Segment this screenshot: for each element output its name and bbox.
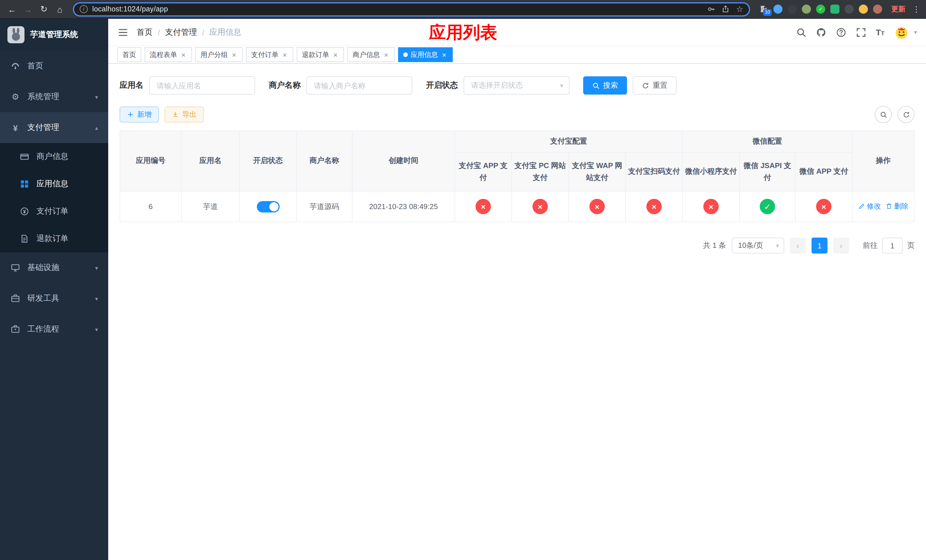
sidebar-item-system[interactable]: ⚙ 系统管理 ▾ <box>0 82 108 112</box>
sidebar-item-workflow[interactable]: 工作流程 ▾ <box>0 314 108 345</box>
tab-pay-orders[interactable]: 支付订单× <box>246 47 293 62</box>
chevron-down-icon: ▾ <box>95 94 98 100</box>
extension-icon[interactable] <box>830 5 840 14</box>
extensions-puzzle-icon[interactable]: 10 <box>759 5 768 14</box>
edit-button[interactable]: 修改 <box>858 202 881 211</box>
close-icon[interactable]: × <box>441 51 448 58</box>
browser-home-button[interactable]: ⌂ <box>52 2 67 17</box>
tab-merchant-info[interactable]: 商户信息× <box>347 47 395 62</box>
help-icon[interactable] <box>836 27 846 37</box>
merchant-name-input[interactable] <box>306 76 412 95</box>
col-header-merchant: 商户名称 <box>297 131 352 191</box>
status-toggle[interactable] <box>257 201 279 212</box>
reset-button[interactable]: 重置 <box>633 76 676 95</box>
search-icon[interactable] <box>796 27 806 37</box>
coin-icon <box>20 206 30 216</box>
delete-button[interactable]: 删除 <box>885 202 908 211</box>
reload-icon: ↻ <box>40 4 47 14</box>
tab-user-group[interactable]: 用户分组× <box>195 47 243 62</box>
chevron-up-icon: ▴ <box>95 124 98 131</box>
tab-process-form[interactable]: 流程表单× <box>145 47 192 62</box>
sidebar-item-infrastructure[interactable]: 基础设施 ▾ <box>0 252 108 283</box>
forward-icon: → <box>24 4 32 14</box>
tab-app-info[interactable]: 应用信息× <box>398 47 453 62</box>
pagination: 共 1 条 10条/页 ▾ ‹ 1 › 前往 页 <box>120 238 915 254</box>
chrome-update-button[interactable]: 更新 <box>887 2 910 16</box>
close-icon[interactable]: × <box>332 51 339 58</box>
chevron-down-icon: ▾ <box>95 265 98 271</box>
current-page-button[interactable]: 1 <box>811 238 828 254</box>
add-button[interactable]: 新增 <box>120 106 159 123</box>
url-text[interactable]: localhost:1024/pay/app <box>92 5 703 13</box>
share-icon[interactable] <box>722 5 730 13</box>
profile-avatar[interactable] <box>873 5 882 14</box>
app-name-input[interactable] <box>149 76 255 95</box>
hamburger-icon[interactable] <box>117 26 129 38</box>
user-avatar[interactable] <box>894 25 909 39</box>
navbar-actions: TT ▾ <box>796 25 917 39</box>
close-icon[interactable]: × <box>383 51 390 58</box>
fail-icon: × <box>475 199 491 214</box>
sidebar-item-merchant-info[interactable]: 商户信息 <box>0 143 108 170</box>
fail-icon: × <box>816 199 831 214</box>
extension-icon[interactable] <box>802 5 811 14</box>
group-header-wechat: 微信配置 <box>682 131 852 152</box>
toggle-search-button[interactable] <box>875 106 892 123</box>
password-key-icon[interactable] <box>708 5 716 13</box>
extension-icon[interactable] <box>859 5 868 14</box>
github-icon[interactable] <box>816 27 826 37</box>
breadcrumb-current: 应用信息 <box>210 27 242 37</box>
prev-page-button[interactable]: ‹ <box>790 238 806 254</box>
page-size-select[interactable]: 10条/页 ▾ <box>732 238 784 254</box>
cell-name: 芋道 <box>182 191 239 222</box>
close-icon[interactable]: × <box>281 51 288 58</box>
breadcrumb-home[interactable]: 首页 <box>137 27 153 37</box>
briefcase-icon <box>10 324 21 334</box>
payment-submenu: 商户信息 应用信息 支付订单 退款订单 <box>0 143 108 252</box>
col-header-alipay-pc: 支付宝 PC 网站支付 <box>512 152 569 191</box>
sidebar-item-dev-tools[interactable]: 研发工具 ▾ <box>0 283 108 314</box>
font-size-icon[interactable]: TT <box>876 27 884 37</box>
page-content: 应用名 商户名称 开启状态 请选择开启状态 ▾ <box>108 64 926 560</box>
sidebar-item-refund-orders[interactable]: 退款订单 <box>0 225 108 252</box>
site-info-icon[interactable]: i <box>80 5 88 13</box>
dashboard-icon <box>10 61 21 71</box>
browser-reload-button[interactable]: ↻ <box>36 2 51 17</box>
sidebar-logo[interactable]: 芋道管理系统 <box>0 19 108 51</box>
fullscreen-icon[interactable] <box>856 27 866 37</box>
browser-forward-button[interactable]: → <box>21 2 35 17</box>
sidebar-item-payment[interactable]: ¥ 支付管理 ▴ <box>0 112 108 143</box>
status-select[interactable]: 请选择开启状态 ▾ <box>464 76 569 95</box>
document-icon <box>20 233 30 244</box>
sidebar-item-app-info[interactable]: 应用信息 <box>0 170 108 198</box>
tab-home[interactable]: 首页 <box>117 47 141 62</box>
filter-form: 应用名 商户名称 开启状态 请选择开启状态 ▾ <box>120 76 915 95</box>
avatar-caret-icon[interactable]: ▾ <box>914 29 917 35</box>
col-header-alipay-qr: 支付宝扫码支付 <box>626 152 682 191</box>
fail-icon: × <box>646 199 662 214</box>
search-button[interactable]: 搜索 <box>583 76 627 95</box>
sidebar-item-home[interactable]: 首页 <box>0 51 108 82</box>
col-header-wx-mini: 微信小程序支付 <box>682 152 740 191</box>
address-bar[interactable]: i localhost:1024/pay/app ☆ <box>73 2 750 16</box>
refresh-table-button[interactable] <box>897 106 915 123</box>
browser-back-button[interactable]: ← <box>5 2 20 17</box>
extension-icon[interactable] <box>773 5 782 14</box>
merchant-name-label: 商户名称 <box>269 80 301 91</box>
cell-created: 2021-10-23 08:49:25 <box>352 191 455 222</box>
tab-refund-orders[interactable]: 退款订单× <box>297 47 344 62</box>
close-icon[interactable]: × <box>180 51 187 58</box>
extension-icon[interactable] <box>844 5 854 14</box>
close-icon[interactable]: × <box>231 51 238 58</box>
export-button[interactable]: 导出 <box>165 106 204 123</box>
extension-icon[interactable] <box>788 5 797 14</box>
search-icon <box>879 111 887 118</box>
next-page-button[interactable]: › <box>833 238 849 254</box>
bookmark-star-icon[interactable]: ☆ <box>736 5 743 14</box>
grid-icon <box>20 179 30 189</box>
goto-page-input[interactable] <box>882 238 903 254</box>
extension-icon[interactable]: ✓ <box>816 5 825 14</box>
browser-menu-icon[interactable]: ⋮ <box>911 5 921 14</box>
sidebar-item-pay-orders[interactable]: 支付订单 <box>0 198 108 225</box>
breadcrumb-payment[interactable]: 支付管理 <box>165 27 197 37</box>
